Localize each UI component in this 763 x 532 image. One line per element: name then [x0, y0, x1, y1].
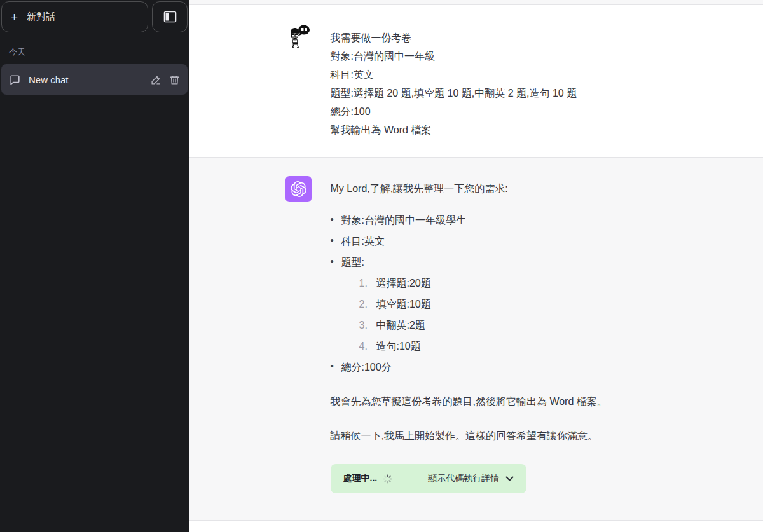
sidebar: + 新對話 今天 New chat	[0, 0, 189, 532]
user-line: 科目:英文	[331, 65, 667, 84]
pencil-icon	[151, 74, 162, 85]
chat-bubble-icon	[9, 74, 21, 86]
history-actions	[151, 74, 180, 85]
user-line: 題型:選擇題 20 題,填空題 10 題,中翻英 2 題,造句 10 題	[331, 84, 667, 102]
sidebar-collapse-button[interactable]	[152, 1, 188, 32]
app-window: + 新對話 今天 New chat	[0, 0, 763, 532]
user-line: 總分:100	[331, 102, 667, 121]
question-types-list: 選擇題:20題 填空題:10題 中翻英:2題 造句:10題	[359, 275, 667, 355]
code-execution-banner[interactable]: 處理中...	[331, 464, 527, 493]
delete-chat-button[interactable]	[169, 74, 180, 85]
list-item: 選擇題:20題	[359, 275, 667, 292]
openai-logo-icon	[291, 181, 306, 197]
user-line: 幫我輸出為 Word 檔案	[331, 121, 667, 139]
sidebar-item-new-chat[interactable]: New chat	[1, 64, 188, 95]
chat-area: 我需要做一份考卷 對象:台灣的國中一年級 科目:英文 題型:選擇題 20 題,填…	[189, 0, 763, 532]
spinner-icon	[383, 474, 392, 484]
list-item: 科目:英文	[331, 233, 667, 250]
show-details-toggle[interactable]: 顯示代碼執行詳情	[428, 473, 514, 484]
list-item: 填空題:10題	[359, 296, 667, 313]
show-details-label: 顯示代碼執行詳情	[428, 473, 499, 484]
plus-icon: +	[11, 11, 18, 23]
list-item: 題型: 選擇題:20題 填空題:10題 中翻英:2題 造句:10題	[331, 254, 667, 355]
list-item: 總分:100分	[331, 358, 667, 376]
assistant-paragraph: 請稍候一下,我馬上開始製作。這樣的回答希望有讓你滿意。	[331, 427, 667, 445]
processing-label: 處理中...	[343, 473, 378, 484]
previous-message-remnant	[189, 0, 763, 5]
user-message: 我需要做一份考卷 對象:台灣的國中一年級 科目:英文 題型:選擇題 20 題,填…	[189, 5, 763, 157]
user-line: 我需要做一份考卷	[331, 29, 667, 47]
new-chat-button[interactable]: + 新對話	[1, 1, 148, 32]
user-line: 對象:台灣的國中一年級	[331, 47, 667, 65]
assistant-intro: My Lord,了解,讓我先整理一下您的需求:	[331, 180, 667, 198]
assistant-paragraph: 我會先為您草擬這份考卷的題目,然後將它輸出為 Word 檔案。	[331, 393, 667, 411]
processing-status: 處理中...	[343, 473, 393, 484]
panel-layout-icon	[163, 10, 177, 24]
list-item: 中翻英:2題	[359, 317, 667, 334]
sidebar-top-bar: + 新對話	[1, 1, 188, 32]
list-item-label: 題型:	[341, 257, 364, 268]
user-message-text: 我需要做一份考卷 對象:台灣的國中一年級 科目:英文 題型:選擇題 20 題,填…	[331, 24, 667, 139]
edit-chat-button[interactable]	[151, 74, 162, 85]
list-item: 造句:10題	[359, 338, 667, 355]
assistant-message-text: My Lord,了解,讓我先整理一下您的需求: 對象:台灣的國中一年級學生 科目…	[331, 176, 667, 493]
chevron-down-icon	[505, 476, 514, 481]
assistant-message: My Lord,了解,讓我先整理一下您的需求: 對象:台灣的國中一年級學生 科目…	[189, 157, 763, 521]
user-avatar	[285, 24, 312, 50]
requirements-list: 對象:台灣的國中一年級學生 科目:英文 題型: 選擇題:20題 填空題:10題 …	[331, 212, 667, 376]
list-item: 對象:台灣的國中一年級學生	[331, 212, 667, 229]
conversation-title: New chat	[29, 74, 143, 85]
history-section-label: 今天	[1, 32, 188, 64]
trash-icon	[169, 74, 180, 85]
assistant-avatar	[285, 176, 312, 202]
new-chat-button-label: 新對話	[27, 11, 55, 23]
